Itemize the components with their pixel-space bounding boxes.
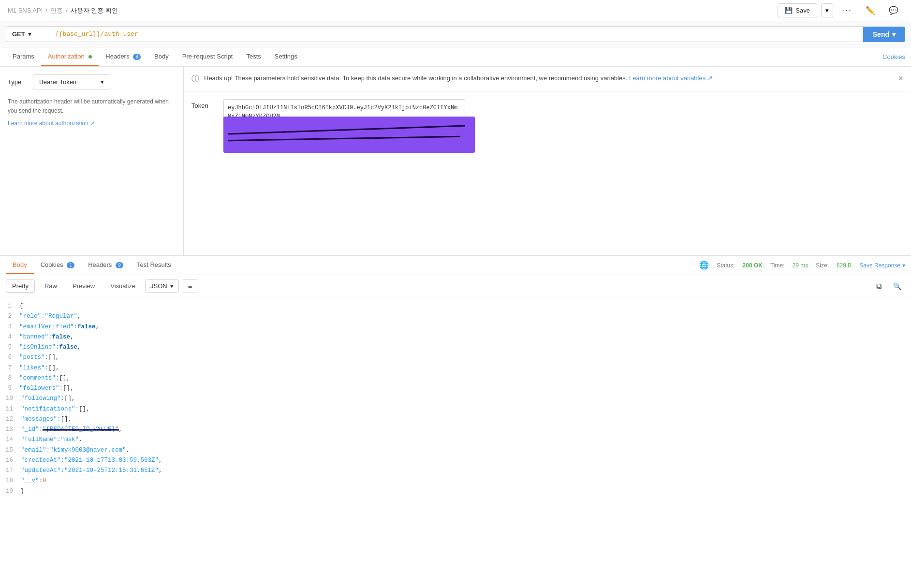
- save-label: Save: [795, 7, 810, 14]
- tab-params[interactable]: Params: [6, 48, 41, 66]
- token-row: Token eyJhbGciOiJIUzI1NiIsInR5cCI6IkpXVC…: [191, 99, 903, 153]
- learn-variables-link[interactable]: Learn more about variables ↗: [629, 74, 713, 82]
- line-number: 12: [6, 414, 21, 425]
- edit-icon-button[interactable]: ✏️: [861, 3, 880, 18]
- send-label: Send: [873, 30, 889, 38]
- response-tabs-row: Body Cookies 1 Headers 9 Test Results 🌐 …: [0, 256, 911, 275]
- json-comma: ,: [77, 311, 81, 322]
- json-value: []: [48, 353, 56, 363]
- fmt-raw[interactable]: Raw: [39, 280, 63, 292]
- size-label: Size:: [816, 262, 829, 269]
- learn-authorization-link[interactable]: Learn more about authorization ↗: [8, 120, 95, 127]
- send-button[interactable]: Send ▾: [863, 27, 905, 42]
- status-value: 200 OK: [743, 262, 763, 269]
- resp-tab-body[interactable]: Body: [6, 256, 34, 274]
- json-line: 1{: [6, 301, 905, 311]
- filter-button[interactable]: ≡: [183, 279, 198, 293]
- json-key: "__v":: [21, 476, 43, 486]
- breadcrumb-sep2: /: [66, 7, 68, 14]
- top-bar: M1 SNS API / 인증 / 사용자 인증 확인 💾 Save ▾ ···…: [0, 0, 911, 21]
- comment-icon-button[interactable]: 💬: [884, 3, 903, 18]
- tab-tests[interactable]: Tests: [239, 48, 267, 66]
- auth-description: The authorization header will be automat…: [8, 97, 176, 116]
- json-value: false: [77, 322, 96, 332]
- type-value: Bearer Token: [39, 78, 76, 86]
- json-key: "role":: [19, 311, 45, 322]
- tab-settings[interactable]: Settings: [268, 48, 304, 66]
- json-line: 10 "following": [],: [6, 394, 905, 404]
- tab-pre-request[interactable]: Pre-request Script: [176, 48, 240, 66]
- tab-headers[interactable]: Headers 8: [99, 48, 147, 66]
- json-key: "createdAt":: [21, 456, 64, 466]
- json-value: []: [64, 394, 72, 404]
- line-number: 4: [6, 332, 19, 342]
- cookies-link[interactable]: Cookies: [882, 53, 905, 60]
- url-bar: GET ▾ Send ▾: [0, 21, 911, 47]
- json-value: []: [59, 373, 67, 383]
- json-key: "following":: [21, 394, 64, 404]
- tab-authorization[interactable]: Authorization: [41, 48, 99, 66]
- json-key: "updatedAt":: [21, 466, 64, 476]
- json-key: "comments":: [19, 373, 59, 383]
- banner-close-button[interactable]: ×: [898, 74, 903, 84]
- json-comma: ,: [126, 445, 130, 456]
- fmt-pretty[interactable]: Pretty: [6, 279, 35, 293]
- resp-tab-headers[interactable]: Headers 9: [81, 256, 130, 274]
- type-select-dropdown[interactable]: Bearer Token ▾: [33, 74, 110, 89]
- json-line: 14 "fullName": "msk",: [6, 435, 905, 445]
- format-bar: Pretty Raw Preview Visualize JSON ▾ ≡ ⧉ …: [0, 275, 911, 297]
- line-number: 3: [6, 322, 19, 332]
- top-actions: 💾 Save ▾ ··· ✏️ 💬: [778, 2, 903, 18]
- json-value: []: [48, 363, 56, 373]
- resp-tab-test-results[interactable]: Test Results: [130, 256, 178, 274]
- method-select[interactable]: GET ▾: [6, 26, 49, 42]
- json-value: []: [61, 414, 68, 425]
- json-comma: ,: [96, 322, 100, 332]
- json-line: 6 "posts": [],: [6, 353, 905, 363]
- type-chevron-icon: ▾: [101, 78, 104, 86]
- line-number: 10: [6, 394, 21, 404]
- breadcrumb-part1[interactable]: M1 SNS API: [8, 7, 43, 14]
- breadcrumb-part2[interactable]: 인증: [50, 6, 63, 15]
- method-chevron-icon: ▾: [28, 30, 31, 38]
- search-button[interactable]: 🔍: [889, 280, 905, 293]
- line-number: 19: [6, 486, 21, 497]
- url-input[interactable]: [49, 26, 863, 42]
- json-line: 5 "isOnline": false,: [6, 342, 905, 353]
- json-value: "msk": [61, 435, 79, 445]
- json-value: "2021-10-17T13:03:59.563Z": [64, 456, 159, 466]
- token-redaction-overlay: [223, 117, 475, 153]
- breadcrumb-sep1: /: [45, 7, 47, 14]
- json-line: 16 "createdAt": "2021-10-17T13:03:59.563…: [6, 456, 905, 466]
- copy-button[interactable]: ⧉: [872, 279, 885, 293]
- json-key: "banned":: [19, 332, 52, 342]
- json-bracket: }: [21, 486, 25, 497]
- json-line: 12 "messages": [],: [6, 414, 905, 425]
- globe-icon: 🌐: [699, 261, 709, 270]
- json-line: 9 "followers": [],: [6, 383, 905, 394]
- tab-body[interactable]: Body: [147, 48, 176, 66]
- json-comma: ,: [86, 404, 90, 414]
- response-status: 🌐 Status: 200 OK Time: 29 ms Size: 629 B…: [699, 261, 905, 270]
- json-value: "Regular": [45, 311, 78, 322]
- line-number: 6: [6, 353, 19, 363]
- json-line: 3 "emailVerified": false,: [6, 322, 905, 332]
- save-chevron-button[interactable]: ▾: [821, 3, 833, 17]
- line-number: 9: [6, 383, 19, 394]
- fmt-visualize[interactable]: Visualize: [104, 280, 141, 292]
- request-tabs-row: Params Authorization Headers 8 Body Pre-…: [0, 47, 911, 67]
- line-number: 13: [6, 425, 21, 435]
- json-format-chevron-icon: ▾: [170, 282, 174, 290]
- token-label: Token: [191, 99, 216, 109]
- json-line: 18 "__v": 0: [6, 476, 905, 486]
- save-button[interactable]: 💾 Save: [778, 3, 817, 17]
- json-key: "notifications":: [21, 404, 79, 414]
- line-number: 18: [6, 476, 21, 486]
- fmt-preview[interactable]: Preview: [67, 280, 101, 292]
- json-comma: ,: [68, 414, 72, 425]
- more-options-button[interactable]: ···: [837, 2, 857, 18]
- json-format-select[interactable]: JSON ▾: [145, 279, 179, 293]
- resp-tab-cookies[interactable]: Cookies 1: [34, 256, 82, 274]
- save-response-button[interactable]: Save Response ▾: [859, 262, 905, 269]
- info-icon: ⓘ: [191, 74, 199, 84]
